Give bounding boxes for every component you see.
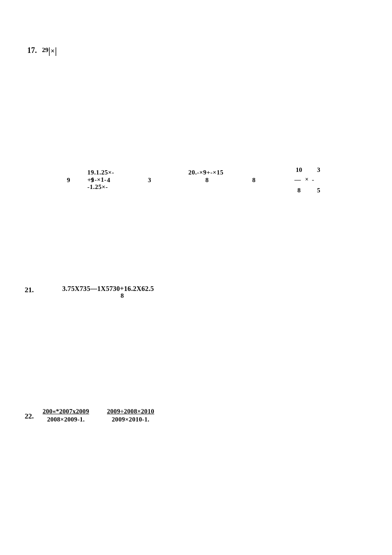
expression: 3.75X735—1X5730+16.2X62.5 — [62, 285, 154, 293]
problem-20: 20.-×9+-×15 8 8 — [188, 169, 223, 176]
problem-number: 21. — [25, 286, 34, 294]
denominator: 9 — [67, 177, 70, 184]
abs-bar-right: | — [55, 46, 57, 56]
denominator: 5 — [317, 187, 320, 194]
expression: 29 | × | — [42, 46, 57, 56]
denominator: 4 — [107, 177, 110, 184]
numerator: 200«*2007x2009 — [43, 408, 89, 415]
abs-bar-left: | — [49, 46, 50, 56]
problem-number: 22. — [25, 412, 34, 421]
denominator: 8 — [297, 187, 301, 194]
fraction-bar: — — [294, 176, 301, 183]
expression: 20.-×9+-×15 — [188, 169, 223, 176]
denominator: 9 — [91, 177, 94, 184]
denominator: 2008×2009-1. — [43, 416, 89, 423]
problem-21: 21. 3.75X735—1X5730+16.2X62.5 8 — [25, 286, 34, 294]
fraction-2: 2009÷2008×2010 2009×2010-1. — [107, 408, 154, 423]
times-icon: × — [51, 47, 55, 55]
problem-number: 17. — [27, 46, 37, 55]
problem-17: 17. 29 | × | — [27, 46, 57, 56]
dash: - — [312, 176, 314, 183]
times-icon: × — [305, 176, 308, 183]
denominator: 2009×2010-1. — [107, 416, 154, 423]
numerator: 3 — [317, 166, 320, 174]
fraction-1: 200«*2007x2009 2008×2009-1. — [43, 408, 89, 423]
denominator: 8 — [205, 177, 209, 184]
numerator: 2009÷2008×2010 — [107, 408, 154, 415]
subscript: 8 — [121, 292, 124, 299]
denominator: 8 — [252, 177, 256, 184]
numerator: 10 — [296, 166, 302, 174]
numerator: 29 — [42, 46, 49, 54]
denominator: 3 — [148, 177, 151, 184]
